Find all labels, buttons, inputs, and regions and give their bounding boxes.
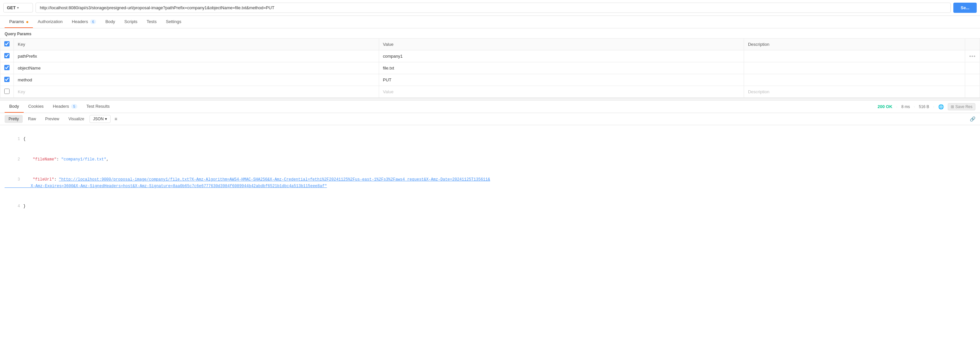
empty-value[interactable]: Value	[379, 86, 744, 98]
tab-authorization[interactable]: Authorization	[33, 16, 67, 28]
empty-row: Key Value Description	[0, 86, 980, 98]
tab-body[interactable]: Body	[101, 16, 120, 28]
save-icon: ⊞	[951, 104, 954, 109]
headers-badge: 6	[90, 19, 96, 24]
response-time: 8 ms	[901, 104, 910, 109]
tab-params[interactable]: Params	[5, 16, 33, 28]
code-line-4: 4}	[5, 197, 975, 216]
send-button[interactable]: Se...	[953, 3, 977, 13]
row1-key[interactable]: pathPrefix	[14, 50, 379, 62]
select-all-checkbox[interactable]	[4, 41, 10, 46]
response-tabs: Body Cookies Headers 5 Test Results	[5, 101, 878, 113]
tab-test-results[interactable]: Test Results	[82, 101, 115, 113]
json-chevron-icon: ▾	[105, 117, 107, 121]
top-bar: GET ▾ Se...	[0, 0, 980, 16]
save-response-button[interactable]: ⊞ Save Res	[948, 103, 975, 110]
row2-checkbox[interactable]	[4, 65, 10, 70]
response-headers-badge: 5	[71, 104, 77, 109]
row3-key[interactable]: method	[14, 74, 379, 86]
params-dot	[26, 21, 28, 23]
format-tab-pretty[interactable]: Pretty	[5, 115, 23, 123]
header-checkbox-cell	[0, 38, 14, 50]
table-row: method PUT	[0, 74, 980, 86]
response-size: 516 B	[919, 104, 929, 109]
tab-response-headers[interactable]: Headers 5	[48, 101, 82, 113]
header-actions	[965, 38, 980, 50]
empty-row-checkbox[interactable]	[4, 89, 10, 94]
table-row: pathPrefix company1 •••	[0, 50, 980, 62]
format-clean-icon[interactable]: ≡	[115, 116, 117, 121]
code-line-3: 3 "fileUrl": "http://localhost:9000/prop…	[5, 169, 975, 197]
tab-settings[interactable]: Settings	[161, 16, 186, 28]
row3-description[interactable]	[744, 74, 965, 86]
empty-key[interactable]: Key	[14, 86, 379, 98]
query-params-label: Query Params	[0, 28, 980, 38]
row1-more[interactable]: •••	[965, 50, 980, 62]
row2-value[interactable]: file.txt	[379, 62, 744, 74]
json-format-select[interactable]: JSON ▾	[89, 115, 111, 123]
tab-headers[interactable]: Headers 6	[67, 16, 101, 28]
response-header: Body Cookies Headers 5 Test Results 200 …	[0, 101, 980, 113]
code-line-2: 2 "fileName": "company1/file.txt",	[5, 149, 975, 169]
header-value: Value	[379, 38, 744, 50]
row3-more	[965, 74, 980, 86]
empty-description[interactable]: Description	[744, 86, 965, 98]
table-row: objectName file.txt	[0, 62, 980, 74]
globe-icon[interactable]: 🌐	[938, 104, 944, 109]
status-badge: 200 OK	[878, 104, 892, 109]
link-icon[interactable]: 🔗	[970, 116, 975, 121]
header-key: Key	[14, 38, 379, 50]
row3-checkbox[interactable]	[4, 77, 10, 82]
row1-checkbox[interactable]	[4, 53, 10, 58]
code-line-1: 1{	[5, 129, 975, 149]
tab-cookies[interactable]: Cookies	[24, 101, 48, 113]
row1-description[interactable]	[744, 50, 965, 62]
url-input[interactable]	[35, 3, 951, 13]
params-table: Key Value Description pathPrefix company…	[0, 38, 980, 98]
row2-more	[965, 62, 980, 74]
tab-tests[interactable]: Tests	[142, 16, 161, 28]
format-tab-visualize[interactable]: Visualize	[65, 115, 88, 123]
row3-value[interactable]: PUT	[379, 74, 744, 86]
row2-key[interactable]: objectName	[14, 62, 379, 74]
code-body: 1{ 2 "fileName": "company1/file.txt", 3 …	[0, 125, 980, 221]
header-description: Description	[744, 38, 965, 50]
chevron-down-icon: ▾	[17, 6, 19, 10]
section-divider	[0, 98, 980, 101]
tab-response-body[interactable]: Body	[5, 101, 24, 113]
response-meta: 200 OK · 8 ms · 516 B · 🌐 ⊞ Save Res	[878, 103, 975, 110]
row2-description[interactable]	[744, 62, 965, 74]
request-tabs-row: Params Authorization Headers 6 Body Scri…	[0, 16, 980, 28]
method-label: GET	[7, 5, 16, 10]
tab-scripts[interactable]: Scripts	[120, 16, 142, 28]
format-tab-preview[interactable]: Preview	[41, 115, 63, 123]
format-tab-raw[interactable]: Raw	[24, 115, 40, 123]
row1-value[interactable]: company1	[379, 50, 744, 62]
method-select[interactable]: GET ▾	[3, 3, 33, 13]
format-tabs-row: Pretty Raw Preview Visualize JSON ▾ ≡ 🔗	[0, 113, 980, 125]
